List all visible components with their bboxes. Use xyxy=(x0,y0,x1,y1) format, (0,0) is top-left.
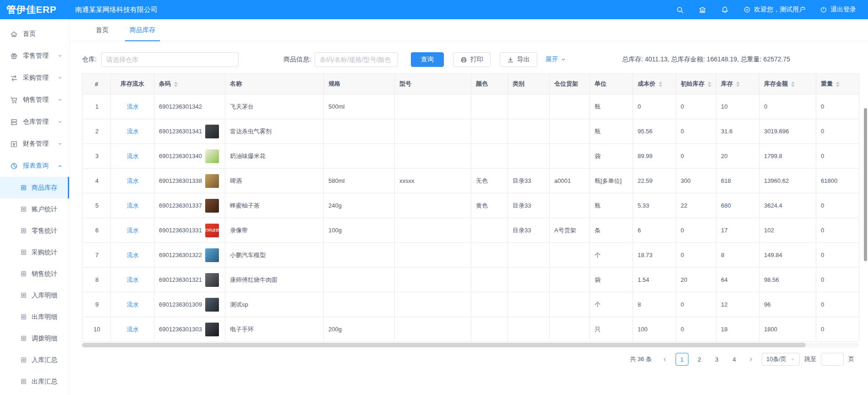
column-header-shelf: 仓位货架 xyxy=(550,74,590,94)
page-1[interactable]: 1 xyxy=(676,353,688,366)
sort-asc-caret[interactable] xyxy=(174,82,178,84)
sidebar-item-home[interactable]: 首页 xyxy=(0,23,69,45)
column-header-weight[interactable]: 重量 xyxy=(816,74,859,94)
barcode-text: 6901236301303 xyxy=(159,326,202,333)
cell-category: 目录33 xyxy=(508,169,550,193)
column-header-model: 型号 xyxy=(395,74,471,94)
sort-carets[interactable] xyxy=(791,82,795,87)
product-info-label: 商品信息: xyxy=(284,55,311,64)
vertical-scrollbar-thumb[interactable] xyxy=(864,108,867,261)
flow-link[interactable]: 流水 xyxy=(127,252,139,258)
user-menu[interactable]: 欢迎您，测试用户 xyxy=(743,5,805,14)
bell-icon[interactable] xyxy=(721,6,729,14)
cell-stock: 8 xyxy=(716,243,759,268)
flow-link[interactable]: 流水 xyxy=(127,276,139,283)
sidebar-item-sales[interactable]: 销售管理 xyxy=(0,89,69,111)
logout-button[interactable]: 退出登录 xyxy=(820,5,856,14)
warehouse-select[interactable] xyxy=(101,52,239,67)
sort-carets[interactable] xyxy=(174,82,178,87)
flow-link[interactable]: 流水 xyxy=(127,326,139,333)
flow-link[interactable]: 流水 xyxy=(127,128,139,135)
flow-link[interactable]: 流水 xyxy=(127,103,139,110)
column-header-initial[interactable]: 初始库存 xyxy=(676,74,716,94)
sidebar-subitem-transfer-detail[interactable]: 调拨明细 xyxy=(0,328,69,349)
page-2[interactable]: 2 xyxy=(693,353,706,366)
sort-carets[interactable] xyxy=(659,82,662,87)
sidebar-subitem-retail-stats[interactable]: 零售统计 xyxy=(0,220,69,241)
sidebar-item-finance[interactable]: 财务管理 xyxy=(0,133,69,155)
sort-desc-caret[interactable] xyxy=(836,85,840,87)
sidebar-item-warehouse[interactable]: 仓库管理 xyxy=(0,111,69,133)
flow-link[interactable]: 流水 xyxy=(127,153,139,159)
horizontal-scrollbar-thumb[interactable] xyxy=(82,343,806,347)
column-label: 库存流水 xyxy=(120,80,144,87)
flow-link[interactable]: 流水 xyxy=(127,177,139,184)
export-button[interactable]: 导出 xyxy=(500,52,537,67)
sidebar-subitem-inbound-detail[interactable]: 入库明细 xyxy=(0,285,69,306)
sidebar-item-reports[interactable]: 报表查询 xyxy=(0,155,69,177)
sidebar-subitem-product-stock[interactable]: 商品库存 xyxy=(0,177,69,198)
cell-flow: 流水 xyxy=(111,218,154,243)
sidebar-subitem-label: 出库明细 xyxy=(32,313,57,321)
page-4[interactable]: 4 xyxy=(728,353,741,366)
flow-link[interactable]: 流水 xyxy=(127,227,139,234)
cell-barcode: 6901236301303 xyxy=(154,317,225,342)
bank-icon[interactable] xyxy=(699,6,706,14)
column-header-cost[interactable]: 成本价 xyxy=(633,74,676,94)
search-icon[interactable] xyxy=(676,6,684,14)
filter-bar: 仓库: 商品信息: 查询 打印 导出 展开 总库存: 4011.13, 总库存金… xyxy=(82,52,859,67)
sidebar-subitem-purchase-stats[interactable]: 采购统计 xyxy=(0,241,69,263)
flow-link[interactable]: 流水 xyxy=(127,301,139,308)
cell-model xyxy=(395,292,471,317)
page-size-select[interactable]: 10条/页 xyxy=(762,353,800,366)
column-label: 成本价 xyxy=(638,80,655,87)
sidebar-subitem-inbound-summary[interactable]: 入库汇总 xyxy=(0,349,69,371)
jump-page-input[interactable] xyxy=(821,353,844,366)
table-row: 5流水6901236301337蜂蜜柚子茶240g黄色目录33瓶5.332268… xyxy=(82,193,859,218)
barcode-wrap: 6901236301338 xyxy=(159,174,221,188)
column-header-color: 颜色 xyxy=(471,74,508,94)
column-header-stock[interactable]: 库存 xyxy=(716,74,759,94)
sort-asc-caret[interactable] xyxy=(836,82,840,84)
sort-desc-caret[interactable] xyxy=(736,85,740,87)
tab-home[interactable]: 首页 xyxy=(91,26,113,41)
sort-carets[interactable] xyxy=(836,82,840,87)
print-button[interactable]: 打印 xyxy=(453,52,491,67)
cell-category: 目录33 xyxy=(508,193,550,218)
column-header-barcode[interactable]: 条码 xyxy=(154,74,225,94)
expand-toggle[interactable]: 展开 xyxy=(546,55,566,64)
pagination-total: 共 36 条 xyxy=(630,355,652,363)
column-header-amount[interactable]: 库存金额 xyxy=(759,74,816,94)
sort-desc-caret[interactable] xyxy=(791,85,795,87)
tab-product-stock[interactable]: 商品库存 xyxy=(125,26,160,41)
cell-flow: 流水 xyxy=(111,119,154,144)
cell-shelf: a0001 xyxy=(550,169,590,193)
cell-cost: 18.73 xyxy=(633,243,676,268)
sort-asc-caret[interactable] xyxy=(736,82,740,84)
sort-desc-caret[interactable] xyxy=(708,85,711,87)
cell-initial-stock: 300 xyxy=(676,169,716,193)
prev-page-button[interactable] xyxy=(659,353,671,365)
sidebar-subitem-account-stats[interactable]: 账户统计 xyxy=(0,198,69,220)
barcode-wrap: 6901236301322 xyxy=(159,248,221,262)
cell-unit: 袋 xyxy=(590,144,633,169)
sort-asc-caret[interactable] xyxy=(791,82,795,84)
next-page-button[interactable] xyxy=(745,353,757,365)
flow-link[interactable]: 流水 xyxy=(127,202,139,209)
chevron-down-icon xyxy=(57,119,63,125)
page-3[interactable]: 3 xyxy=(710,353,723,366)
sort-desc-caret[interactable] xyxy=(174,85,178,87)
column-label: 库存 xyxy=(721,80,733,87)
product-info-input[interactable] xyxy=(315,52,398,67)
sort-carets[interactable] xyxy=(736,82,740,87)
sort-desc-caret[interactable] xyxy=(659,85,662,87)
sidebar-item-purchase[interactable]: 采购管理 xyxy=(0,67,69,89)
sort-asc-caret[interactable] xyxy=(659,82,662,84)
sidebar-subitem-outbound-summary[interactable]: 出库汇总 xyxy=(0,371,69,392)
sidebar-subitem-outbound-detail[interactable]: 出库明细 xyxy=(0,306,69,328)
sidebar-subitem-sales-stats[interactable]: 销售统计 xyxy=(0,263,69,285)
search-button[interactable]: 查询 xyxy=(411,52,444,67)
sidebar-item-retail[interactable]: 零售管理 xyxy=(0,45,69,67)
sort-carets[interactable] xyxy=(708,82,711,87)
sort-asc-caret[interactable] xyxy=(708,82,711,84)
